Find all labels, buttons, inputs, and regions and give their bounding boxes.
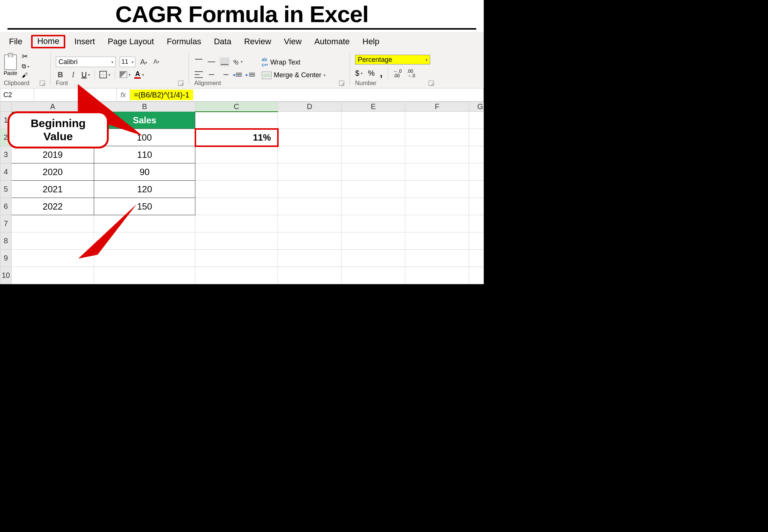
page-title-bar: CAGR Formula in Excel bbox=[0, 0, 484, 32]
title-rule bbox=[8, 28, 476, 30]
align-middle-icon[interactable] bbox=[207, 57, 216, 66]
tab-file[interactable]: File bbox=[5, 35, 26, 48]
decrease-decimal-button[interactable]: .00→.0 bbox=[407, 69, 415, 78]
tab-view[interactable]: View bbox=[280, 35, 305, 48]
group-number: Percentage▾ $▾ % , ←.0.00 .00→.0 Number bbox=[355, 51, 434, 87]
font-group-label: Font bbox=[56, 80, 68, 87]
cell-B4[interactable]: 90 bbox=[94, 163, 195, 181]
underline-button[interactable]: U▾ bbox=[81, 70, 90, 79]
excel-app: File Home Insert Page Layout Formulas Da… bbox=[0, 32, 484, 284]
tab-review[interactable]: Review bbox=[240, 35, 275, 48]
cell-B5[interactable]: 120 bbox=[94, 181, 195, 198]
font-color-button[interactable]: A▾ bbox=[134, 70, 144, 79]
col-E[interactable]: E bbox=[342, 102, 405, 112]
row-3[interactable]: 3 bbox=[0, 146, 12, 163]
comma-style-button[interactable]: , bbox=[380, 67, 382, 79]
merge-center-button[interactable]: Merge & Center ▾ bbox=[262, 71, 326, 79]
col-C[interactable]: C bbox=[195, 102, 278, 112]
align-left-icon[interactable] bbox=[194, 70, 203, 79]
tab-data[interactable]: Data bbox=[210, 35, 235, 48]
align-bottom-icon[interactable] bbox=[220, 57, 230, 66]
col-D[interactable]: D bbox=[278, 102, 342, 112]
percent-style-button[interactable]: % bbox=[368, 69, 375, 78]
format-painter-icon[interactable]: 🖌 bbox=[22, 72, 28, 79]
row-9[interactable]: 9 bbox=[0, 250, 12, 267]
cell-C2[interactable]: 11% bbox=[195, 129, 278, 146]
grow-font-icon[interactable]: A▴ bbox=[139, 57, 148, 66]
fill-color-button[interactable]: ▾ bbox=[120, 71, 130, 78]
alignment-launcher[interactable] bbox=[339, 81, 344, 86]
decrease-indent-icon[interactable]: ◂ bbox=[232, 70, 242, 79]
shrink-font-icon[interactable]: A▾ bbox=[152, 57, 161, 66]
align-right-icon[interactable] bbox=[220, 70, 229, 79]
group-clipboard: Paste ✂ ⧉▾ 🖌 Clipboard bbox=[4, 51, 45, 87]
row-5[interactable]: 5 bbox=[0, 181, 12, 198]
row-4[interactable]: 4 bbox=[0, 163, 12, 181]
row-7[interactable]: 7 bbox=[0, 215, 12, 232]
row-6[interactable]: 6 bbox=[0, 198, 12, 215]
tab-insert[interactable]: Insert bbox=[70, 35, 99, 48]
orientation-button[interactable]: ab▾ bbox=[233, 59, 243, 65]
group-alignment: ab▾ ◂ ▸ abc↩ Wrap Text bbox=[194, 51, 344, 87]
tab-automate[interactable]: Automate bbox=[310, 35, 353, 48]
select-all-corner[interactable] bbox=[0, 102, 12, 112]
tab-page-layout[interactable]: Page Layout bbox=[104, 35, 158, 48]
accounting-format-button[interactable]: $▾ bbox=[355, 69, 363, 78]
formula-bar: C2 fx =(B6/B2)^(1/4)-1 bbox=[0, 88, 484, 102]
tab-help[interactable]: Help bbox=[359, 35, 383, 48]
copy-button[interactable]: ⧉▾ bbox=[22, 63, 29, 70]
clipboard-launcher[interactable] bbox=[40, 81, 45, 86]
italic-button[interactable]: I bbox=[69, 70, 78, 79]
bold-button[interactable]: B bbox=[56, 70, 65, 79]
group-font: Calibri▾ 11▾ A▴ A▾ B I U▾ ▾ ▾ A▾ Font bbox=[56, 51, 183, 87]
col-G[interactable]: G bbox=[469, 102, 484, 112]
ribbon-tabs: File Home Insert Page Layout Formulas Da… bbox=[0, 32, 484, 51]
wrap-text-button[interactable]: abc↩ Wrap Text bbox=[262, 57, 326, 67]
paste-label[interactable]: Paste bbox=[4, 70, 17, 76]
col-F[interactable]: F bbox=[405, 102, 469, 112]
font-size-select[interactable]: 11▾ bbox=[120, 57, 135, 67]
increase-decimal-button[interactable]: ←.0.00 bbox=[393, 69, 402, 78]
ribbon: Paste ✂ ⧉▾ 🖌 Clipboard Calibri▾ 11▾ A▴ A… bbox=[0, 51, 484, 88]
pointer-ending bbox=[71, 204, 146, 264]
tab-formulas[interactable]: Formulas bbox=[163, 35, 205, 48]
number-launcher[interactable] bbox=[429, 81, 434, 86]
row-8[interactable]: 8 bbox=[0, 232, 12, 250]
number-format-select[interactable]: Percentage▾ bbox=[355, 55, 430, 64]
cell-C1[interactable] bbox=[195, 112, 278, 129]
cut-icon[interactable]: ✂ bbox=[22, 52, 28, 61]
tab-home[interactable]: Home bbox=[31, 35, 65, 48]
paste-icon[interactable] bbox=[4, 54, 17, 70]
align-center-icon[interactable] bbox=[207, 70, 216, 79]
cell-B3[interactable]: 110 bbox=[94, 146, 195, 163]
font-name-select[interactable]: Calibri▾ bbox=[56, 57, 116, 67]
align-top-icon[interactable] bbox=[194, 57, 203, 66]
name-box[interactable]: C2 bbox=[0, 88, 34, 101]
page-title: CAGR Formula in Excel bbox=[0, 1, 484, 27]
row-10[interactable]: 10 bbox=[0, 267, 12, 284]
alignment-group-label: Alignment bbox=[194, 80, 221, 87]
callout-beginning-value: BeginningValue bbox=[8, 111, 109, 148]
increase-indent-icon[interactable]: ▸ bbox=[246, 70, 255, 79]
cell-A5[interactable]: 2021 bbox=[12, 181, 94, 198]
font-launcher[interactable] bbox=[178, 81, 183, 86]
cell-A4[interactable]: 2020 bbox=[12, 163, 94, 181]
clipboard-label: Clipboard bbox=[4, 80, 29, 87]
borders-button[interactable]: ▾ bbox=[99, 71, 110, 78]
cell-A3[interactable]: 2019 bbox=[12, 146, 94, 163]
number-group-label: Number bbox=[355, 80, 376, 87]
